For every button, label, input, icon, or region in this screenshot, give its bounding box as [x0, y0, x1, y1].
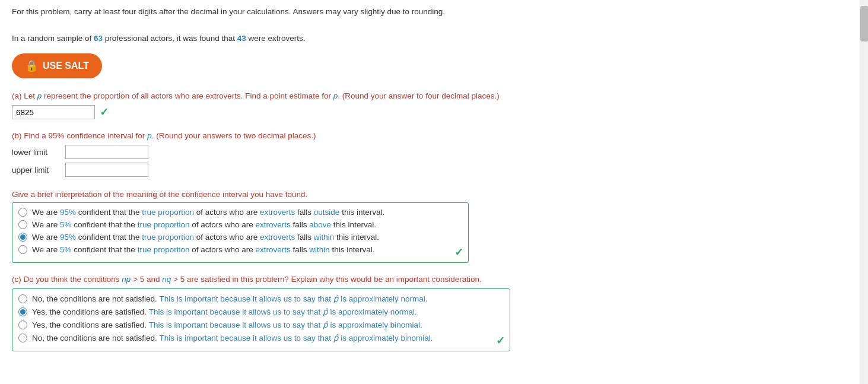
part-c-option-2[interactable]: Yes, the conditions are satisfied. This … [18, 307, 504, 316]
part-c-option-3-text: Yes, the conditions are satisfied. This … [32, 320, 422, 329]
use-salt-label: USE SALT [43, 61, 89, 71]
part-a-checkmark: ✓ [100, 106, 109, 119]
part-b-label: (b) Find a 95% confidence interval for p… [12, 131, 856, 140]
part-b-option-4[interactable]: We are 5% confident that the true propor… [18, 245, 462, 254]
part-c-option-1[interactable]: No, the conditions are not satisfied. Th… [18, 294, 504, 303]
part-c-checkmark: ✓ [496, 334, 505, 347]
part-a-input[interactable] [12, 105, 95, 119]
lower-limit-input[interactable] [65, 145, 148, 159]
part-c-radio-4[interactable] [18, 334, 27, 342]
part-c-radio-3[interactable] [18, 320, 27, 329]
part-b-option-3[interactable]: We are 95% confident that the true propo… [18, 233, 462, 242]
sample-k: 43 [237, 34, 246, 43]
part-b-option-1[interactable]: We are 95% confident that the true propo… [18, 208, 462, 217]
part-c-radio-2[interactable] [18, 307, 27, 316]
part-c-option-3[interactable]: Yes, the conditions are satisfied. This … [18, 320, 504, 329]
upper-limit-input[interactable] [65, 163, 148, 177]
part-b-radio-1[interactable] [18, 208, 27, 217]
sample-prefix: In a random sample of [12, 34, 94, 43]
part-a-section: (a) Let p represent the proportion of al… [12, 91, 856, 119]
part-b-option-2[interactable]: We are 5% confident that the true propor… [18, 220, 462, 229]
sample-text: In a random sample of 63 professional ac… [12, 34, 856, 43]
lower-limit-row: lower limit [12, 145, 856, 159]
part-b-checkmark: ✓ [454, 246, 463, 259]
part-b-radio-2[interactable] [18, 220, 27, 229]
use-salt-button[interactable]: 🔒 USE SALT [12, 53, 102, 78]
part-a-input-row: ✓ [12, 105, 856, 119]
part-c-radio-1[interactable] [18, 294, 27, 303]
part-b-section: (b) Find a 95% confidence interval for p… [12, 131, 856, 263]
scrollbar-thumb[interactable] [860, 6, 868, 42]
part-c-label: (c) Do you think the conditions np > 5 a… [12, 275, 856, 284]
part-b-radio-box: We are 95% confident that the true propo… [12, 202, 469, 263]
scrollbar-track[interactable] [860, 0, 868, 384]
part-c-option-4[interactable]: No, the conditions are not satisfied. Th… [18, 333, 504, 342]
part-b-radio-4[interactable] [18, 245, 27, 254]
sample-suffix: were extroverts. [246, 34, 306, 43]
part-b-option-3-text: We are 95% confident that the true propo… [32, 233, 379, 242]
part-b-option-2-text: We are 5% confident that the true propor… [32, 220, 376, 229]
lower-limit-label: lower limit [12, 148, 59, 157]
interp-label: Give a brief interpretation of the meani… [12, 190, 856, 199]
intro-note: For this problem, carry at least four di… [12, 7, 856, 16]
part-c-option-2-text: Yes, the conditions are satisfied. This … [32, 307, 417, 316]
part-c-option-4-text: No, the conditions are not satisfied. Th… [32, 333, 433, 342]
part-c-option-1-text: No, the conditions are not satisfied. Th… [32, 294, 427, 303]
salt-icon: 🔒 [25, 59, 38, 72]
part-b-option-4-text: We are 5% confident that the true propor… [32, 245, 375, 254]
part-b-radio-3[interactable] [18, 233, 27, 242]
sample-mid: professional actors, it was found that [103, 34, 237, 43]
part-c-section: (c) Do you think the conditions np > 5 a… [12, 275, 856, 351]
part-c-radio-box: No, the conditions are not satisfied. Th… [12, 288, 510, 351]
upper-limit-row: upper limit [12, 163, 856, 177]
part-a-label: (a) Let p represent the proportion of al… [12, 91, 856, 100]
upper-limit-label: upper limit [12, 166, 59, 174]
sample-n: 63 [94, 34, 103, 43]
part-b-option-1-text: We are 95% confident that the true propo… [32, 208, 384, 217]
